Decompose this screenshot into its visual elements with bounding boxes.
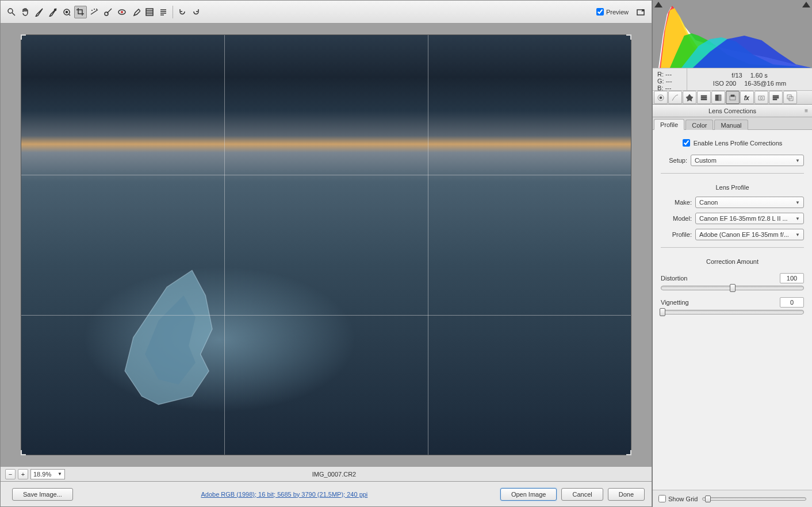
done-button[interactable]: Done (608, 488, 645, 501)
spot-removal-icon[interactable] (102, 6, 114, 18)
zoom-value: 18.9% (33, 471, 51, 478)
lens-profile-heading: Lens Profile (661, 180, 804, 192)
sidebar-footer: Show Grid (653, 490, 812, 507)
svg-point-5 (105, 12, 108, 16)
rotate-cw-icon[interactable] (190, 6, 202, 18)
setup-combo[interactable]: Custom▼ (691, 155, 804, 166)
image-canvas-area[interactable] (1, 24, 652, 466)
preview-checkbox[interactable]: Preview (596, 8, 629, 16)
snapshots-tab-icon[interactable] (783, 91, 797, 104)
crop-grid-line (224, 35, 225, 455)
cancel-button[interactable]: Cancel (561, 488, 603, 501)
footer-bar: Save Image... Adobe RGB (1998); 16 bit; … (1, 481, 652, 506)
svg-rect-31 (773, 99, 777, 100)
tab-profile[interactable]: Profile (654, 119, 684, 130)
crop-grid-line (428, 35, 428, 455)
hsl-tab-icon[interactable] (697, 91, 711, 104)
svg-line-1 (12, 13, 15, 16)
svg-rect-19 (701, 95, 707, 97)
vignetting-slider[interactable] (661, 310, 804, 314)
graduated-filter-icon[interactable] (143, 6, 156, 18)
profile-combo[interactable]: Adobe (Canon EF 16-35mm f/...▼ (695, 229, 804, 240)
vignetting-value[interactable]: 0 (780, 297, 804, 308)
zoom-in-button[interactable]: + (18, 469, 28, 479)
radial-filter-icon[interactable] (157, 6, 170, 18)
color-sampler-icon[interactable] (47, 6, 59, 18)
white-balance-icon[interactable] (33, 6, 45, 18)
status-bar: − + 18.9%▼ IMG_0007.CR2 (1, 466, 652, 481)
preview-label: Preview (606, 9, 629, 16)
curve-tab-icon[interactable] (668, 91, 682, 104)
crop-grid-line (21, 315, 631, 316)
svg-point-4 (66, 11, 68, 13)
grid-size-slider[interactable] (702, 497, 806, 501)
workflow-options-link[interactable]: Adobe RGB (1998); 16 bit; 5685 by 3790 (… (73, 491, 496, 498)
make-label: Make: (661, 199, 692, 206)
svg-text:fx: fx (744, 94, 749, 101)
image-preview[interactable] (21, 35, 631, 455)
targeted-adjust-icon[interactable] (60, 6, 73, 18)
tab-manual[interactable]: Manual (714, 120, 748, 130)
highlight-clip-icon[interactable] (802, 2, 810, 7)
straighten-tool-icon[interactable] (88, 6, 101, 18)
svg-point-28 (760, 97, 763, 99)
distortion-value[interactable]: 100 (780, 273, 804, 283)
model-label: Model: (661, 215, 692, 222)
enable-lens-profile-checkbox[interactable]: Enable Lens Profile Corrections (661, 136, 804, 150)
crop-grid-line (21, 175, 631, 175)
panel-title: Lens Corrections ≡ (653, 105, 812, 117)
zoom-level-combo[interactable]: 18.9%▼ (30, 469, 65, 479)
zoom-out-button[interactable]: − (5, 469, 16, 479)
crop-handle-tr[interactable] (622, 34, 632, 44)
svg-rect-21 (701, 99, 707, 100)
effects-tab-icon[interactable]: fx (740, 91, 754, 104)
panel-menu-icon[interactable]: ≡ (805, 107, 809, 114)
detail-tab-icon[interactable] (683, 91, 696, 104)
profile-label: Profile: (661, 231, 692, 238)
open-image-button[interactable]: Open Image (500, 488, 557, 501)
tab-color[interactable]: Color (685, 120, 713, 130)
presets-tab-icon[interactable] (769, 91, 783, 104)
zoom-tool-icon[interactable] (5, 6, 18, 18)
svg-point-18 (660, 97, 662, 99)
model-combo[interactable]: Canon EF 16-35mm f/2.8 L II ...▼ (695, 213, 804, 224)
rotate-ccw-icon[interactable] (176, 6, 189, 18)
toolbar-separator (173, 6, 173, 18)
distortion-label: Distortion (661, 275, 687, 282)
distortion-slider[interactable] (661, 286, 804, 290)
make-combo[interactable]: Canon▼ (695, 197, 804, 208)
show-grid-checkbox[interactable]: Show Grid (658, 495, 698, 502)
save-image-button[interactable]: Save Image... (12, 488, 73, 501)
lens-panel-body: Enable Lens Profile Corrections Setup: C… (653, 130, 812, 490)
svg-rect-32 (787, 95, 791, 99)
histogram[interactable] (653, 0, 812, 68)
crop-tool-icon[interactable] (74, 6, 87, 18)
crop-handle-tl[interactable] (20, 34, 30, 44)
svg-rect-30 (773, 97, 779, 98)
camera-tab-icon[interactable] (754, 91, 768, 104)
svg-rect-33 (789, 97, 793, 101)
svg-point-2 (55, 9, 56, 10)
svg-point-7 (121, 11, 123, 13)
basic-tab-icon[interactable] (654, 91, 668, 104)
panel-tab-strip: fx (653, 91, 812, 105)
svg-rect-23 (718, 95, 721, 101)
svg-rect-22 (715, 95, 718, 101)
split-tone-tab-icon[interactable] (711, 91, 725, 104)
shadow-clip-icon[interactable] (654, 2, 662, 7)
filename-label: IMG_0007.CR2 (70, 471, 599, 478)
adjustment-brush-icon[interactable] (129, 6, 142, 18)
lens-tab-icon[interactable] (726, 91, 740, 104)
svg-rect-25 (731, 95, 734, 97)
exif-readout: R: ---G: ---B: --- f/131.60 s ISO 20016-… (653, 68, 812, 91)
fullscreen-icon[interactable] (634, 6, 647, 18)
crop-handle-bl[interactable] (20, 445, 30, 456)
svg-rect-20 (701, 97, 707, 98)
hand-tool-icon[interactable] (19, 6, 32, 18)
svg-rect-27 (759, 96, 764, 100)
crop-handle-br[interactable] (622, 445, 632, 456)
red-eye-icon[interactable] (116, 6, 128, 18)
top-toolbar: Preview (1, 1, 652, 24)
setup-label: Setup: (661, 157, 687, 164)
correction-amount-heading: Correction Amount (661, 255, 804, 266)
